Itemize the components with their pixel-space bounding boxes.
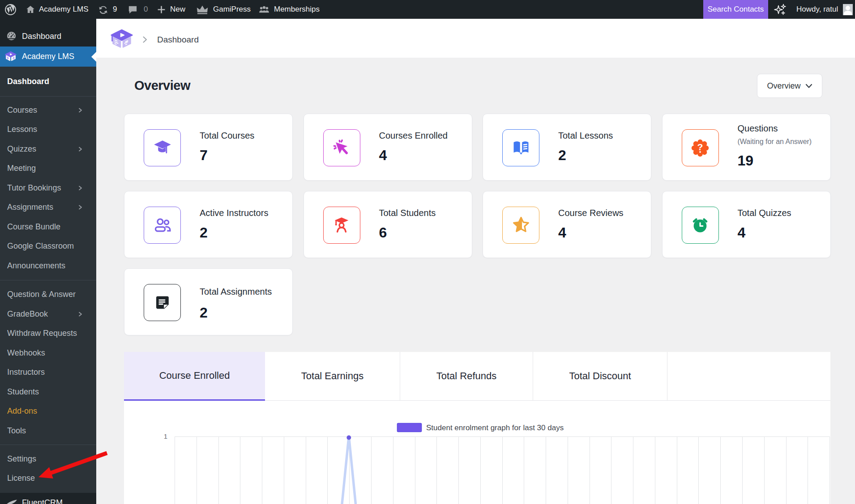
svg-text:Student enrolment graph for la: Student enrolment graph for last 30 days xyxy=(426,424,564,432)
svg-text:?: ? xyxy=(697,141,703,152)
svg-text:1: 1 xyxy=(164,432,167,440)
